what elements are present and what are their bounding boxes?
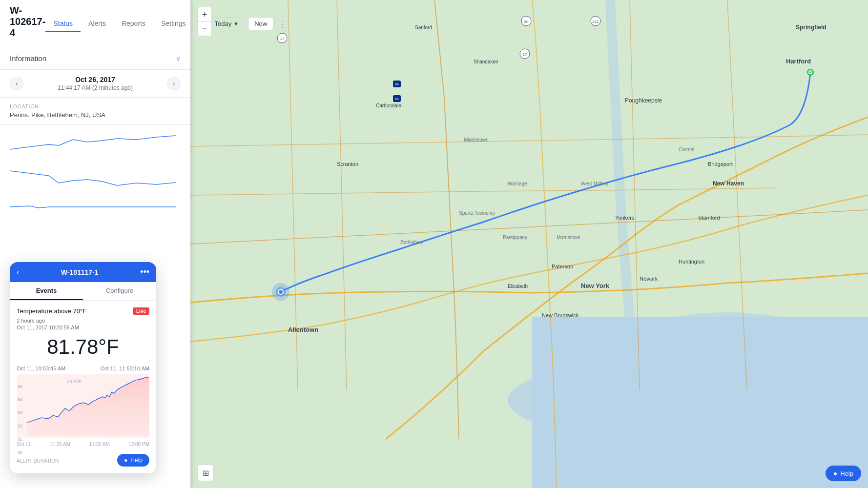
panel-sparkline-2: [5, 161, 181, 190]
map-zoom-controls: + −: [197, 7, 212, 36]
event-row: Temperature above 70°F Live: [17, 307, 149, 315]
range-end: Oct 11, 11:50:10 AM: [101, 366, 149, 371]
svg-text:Morristown: Morristown: [557, 235, 580, 240]
svg-text:Hartford: Hartford: [786, 58, 811, 65]
top-controls: Status Alerts Reports Settings 📅 Today ▾…: [45, 16, 287, 32]
y-label-80: 80: [18, 450, 22, 455]
y-label-84: 84: [18, 397, 22, 402]
svg-text:Wantage: Wantage: [508, 181, 527, 186]
location-section: Location Penns. Pike, Bethlehem, NJ, USA: [0, 98, 190, 125]
y-label-81: 81: [18, 437, 22, 442]
phone-back-button[interactable]: ‹: [17, 268, 19, 277]
svg-text:Bethlehem: Bethlehem: [400, 240, 424, 245]
svg-text:Sparta Township: Sparta Township: [459, 210, 495, 216]
svg-point-11: [809, 71, 811, 73]
svg-point-10: [808, 70, 812, 74]
tab-settings[interactable]: Settings: [153, 16, 194, 32]
svg-text:Shandaken: Shandaken: [474, 59, 498, 64]
device-title: W-102617-4: [10, 5, 45, 39]
svg-point-44: [591, 16, 600, 26]
svg-text:Parsippany: Parsippany: [503, 235, 527, 240]
svg-rect-1: [190, 0, 868, 488]
live-badge: Live: [133, 307, 149, 315]
map-help-label: Help: [840, 470, 853, 477]
phone-header: ‹ W-101117-1 •••: [10, 262, 156, 282]
now-button[interactable]: Now: [248, 17, 273, 30]
svg-point-8: [279, 290, 283, 294]
chart-x-labels: Oct 11 11:00 AM 11:30 AM 12:00 PM: [17, 442, 149, 447]
layer-button[interactable]: ⊞: [197, 465, 214, 481]
location-label: Location: [10, 103, 181, 109]
prev-date-button[interactable]: ‹: [10, 77, 23, 90]
svg-text:Paterson: Paterson: [552, 264, 573, 269]
more-options-icon[interactable]: ⋮: [278, 19, 287, 29]
y-label-85: 85: [18, 384, 22, 389]
svg-text:New Haven: New Haven: [713, 180, 744, 187]
svg-text:2h 47m: 2h 47m: [67, 379, 82, 384]
phone-tab-configure[interactable]: Configure: [83, 282, 156, 300]
svg-text:Yonkers: Yonkers: [615, 215, 635, 221]
svg-point-9: [807, 69, 814, 76]
svg-point-38: [277, 33, 287, 43]
tab-reports[interactable]: Reports: [114, 16, 153, 32]
svg-text:Scranton: Scranton: [337, 161, 358, 167]
svg-text:Bridgeport: Bridgeport: [708, 161, 733, 167]
svg-text:Carmel: Carmel: [679, 147, 694, 152]
current-date: Oct 26, 2017: [58, 76, 133, 83]
svg-point-5: [272, 283, 289, 301]
svg-text:Middletown: Middletown: [464, 137, 489, 142]
x-label-1130am: 11:30 AM: [89, 442, 110, 447]
next-date-button[interactable]: ›: [167, 77, 181, 90]
main-nav-tabs: Status Alerts Reports Settings: [45, 16, 193, 32]
zoom-out-button[interactable]: −: [197, 21, 212, 36]
svg-rect-48: [393, 95, 401, 102]
svg-rect-46: [393, 81, 401, 87]
phone-tabs: Events Configure: [10, 282, 156, 301]
phone-help-label: Help: [130, 457, 143, 464]
date-selector-chevron: ▾: [234, 20, 238, 27]
phone-more-icon[interactable]: •••: [140, 267, 149, 277]
map-area: Allentown New York Newark Stamford New H…: [190, 0, 868, 488]
temp-chart-svg: 2h 47m: [27, 374, 149, 438]
svg-text:West Milford: West Milford: [581, 181, 608, 186]
svg-text:84: 84: [395, 97, 399, 101]
zoom-in-button[interactable]: +: [197, 7, 212, 21]
svg-text:17: 17: [523, 52, 527, 57]
top-bar: W-102617-4 Status Alerts Reports Setting…: [0, 0, 190, 47]
tab-status[interactable]: Status: [45, 16, 81, 32]
date-navigation: ‹ Oct 26, 2017 11:44:17 AM (2 minutes ag…: [0, 70, 190, 98]
phone-device-title: W-101117-1: [61, 268, 99, 276]
event-name: Temperature above 70°F: [17, 307, 86, 315]
alert-duration-label: ALERT DURATION: [17, 458, 59, 464]
panel-sparkline-1: [5, 130, 181, 159]
svg-text:Carbondale: Carbondale: [376, 103, 401, 108]
help-circle-icon: ●: [124, 457, 127, 464]
phone-footer: ALERT DURATION ● Help: [17, 452, 149, 467]
phone-help-button[interactable]: ● Help: [117, 454, 149, 467]
svg-text:17: 17: [280, 37, 285, 41]
svg-text:84: 84: [395, 82, 399, 86]
x-label-11am: 11:00 AM: [50, 442, 70, 447]
svg-point-6: [276, 287, 286, 297]
svg-text:212: 212: [592, 20, 599, 24]
layer-icon: ⊞: [203, 468, 209, 478]
tab-alerts[interactable]: Alerts: [81, 16, 114, 32]
svg-text:New York: New York: [581, 282, 610, 289]
left-panel: W-102617-4 Status Alerts Reports Setting…: [0, 0, 190, 488]
information-section[interactable]: Information ∨: [0, 47, 190, 70]
temp-range: Oct 11, 10:03:45 AM Oct 11, 11:50:10 AM: [17, 366, 149, 371]
y-axis-labels: 85 84 83 82 81 80: [18, 384, 22, 455]
svg-text:Stamford: Stamford: [698, 215, 720, 221]
svg-point-42: [521, 16, 531, 26]
range-start: Oct 11, 10:03:45 AM: [17, 366, 65, 371]
date-selector-label: Today: [215, 20, 232, 27]
svg-point-7: [278, 289, 284, 295]
phone-tab-events[interactable]: Events: [10, 282, 83, 300]
event-time-ago: 2 hours ago: [17, 318, 149, 324]
map-help-button[interactable]: ● Help: [826, 466, 861, 481]
svg-point-2: [508, 361, 801, 439]
temperature-display: 81.78°F: [17, 335, 149, 359]
svg-text:Springfield: Springfield: [796, 24, 827, 31]
svg-rect-4: [532, 317, 868, 488]
phone-body: Temperature above 70°F Live 2 hours ago …: [10, 301, 156, 473]
